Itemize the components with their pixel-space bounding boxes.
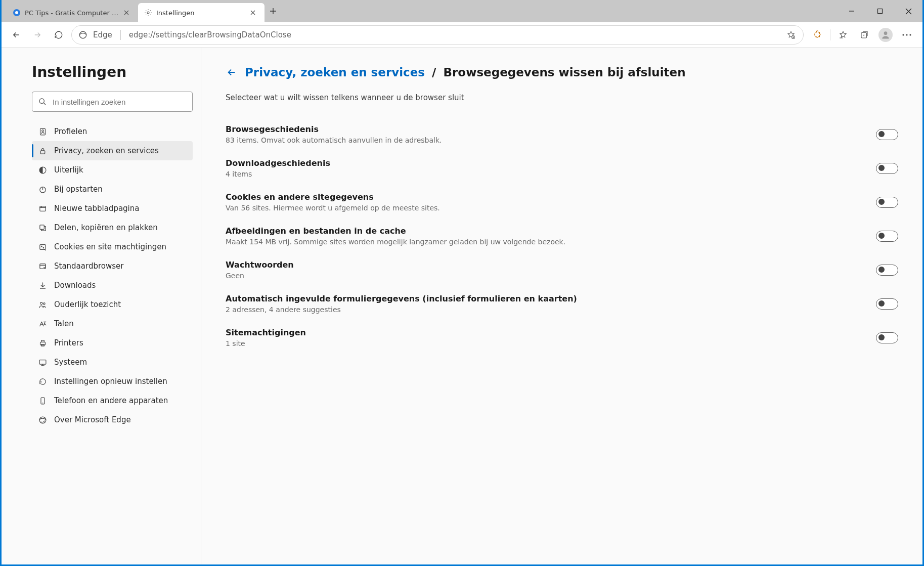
- sidebar-item-printer[interactable]: Printers: [32, 333, 193, 353]
- settings-main: Privacy, zoeken en services / Browsegege…: [201, 48, 922, 564]
- sidebar-item-power[interactable]: Bij opstarten: [32, 180, 193, 199]
- sidebar-item-download[interactable]: Downloads: [32, 276, 193, 295]
- setting-title: Sitemachtigingen: [226, 328, 866, 337]
- address-separator: [120, 30, 121, 40]
- breadcrumb-link[interactable]: Privacy, zoeken en services: [245, 66, 425, 79]
- sidebar-item-label: Printers: [54, 338, 83, 347]
- setting-row: Automatisch ingevulde formuliergegevens …: [226, 287, 898, 321]
- forward-button[interactable]: [29, 26, 46, 43]
- sidebar-item-lock[interactable]: Privacy, zoeken en services: [32, 141, 193, 160]
- address-label: Edge: [93, 30, 112, 39]
- sidebar-item-default[interactable]: Standaardbrowser: [32, 256, 193, 276]
- sidebar-item-label: Instellingen opnieuw instellen: [54, 377, 167, 386]
- lang-icon: [38, 319, 47, 328]
- svg-point-11: [39, 99, 44, 103]
- sidebar-item-cookies[interactable]: Cookies en site machtigingen: [32, 237, 193, 256]
- toggle-switch[interactable]: [876, 231, 898, 242]
- setting-title: Browsegeschiedenis: [226, 124, 866, 134]
- sidebar-item-label: Talen: [54, 319, 74, 328]
- newtab-icon: [38, 204, 47, 213]
- svg-point-21: [43, 247, 43, 248]
- sidebar-title: Instellingen: [32, 64, 193, 80]
- tab-pctips[interactable]: PC Tips - Gratis Computer Tips, i…: [7, 3, 138, 22]
- power-icon: [38, 185, 47, 194]
- toggle-switch[interactable]: [876, 197, 898, 208]
- svg-rect-28: [39, 360, 46, 364]
- address-url: edge://settings/clearBrowsingDataOnClose: [129, 30, 780, 39]
- profile-avatar[interactable]: [876, 26, 895, 43]
- sidebar-item-newtab[interactable]: Nieuwe tabbladpagina: [32, 199, 193, 218]
- sidebar-item-appearance[interactable]: Uiterlijk: [32, 160, 193, 180]
- tabstrip: PC Tips - Gratis Computer Tips, i… Inste…: [2, 0, 922, 22]
- search-input[interactable]: [53, 98, 186, 106]
- close-icon[interactable]: [124, 10, 132, 15]
- svg-point-9: [906, 34, 907, 35]
- close-icon[interactable]: [250, 10, 258, 15]
- favorites-icon[interactable]: [833, 26, 853, 43]
- svg-point-4: [79, 31, 86, 38]
- svg-point-2: [147, 12, 149, 14]
- cookies-icon: [38, 242, 47, 251]
- refresh-button[interactable]: [50, 26, 67, 43]
- sidebar-item-label: Delen, kopiëren en plakken: [54, 223, 158, 232]
- svg-rect-26: [41, 340, 44, 342]
- toggle-switch[interactable]: [876, 129, 898, 140]
- setting-description: 83 items. Omvat ook automatisch aanvulle…: [226, 136, 866, 144]
- toggle-switch[interactable]: [876, 265, 898, 276]
- menu-button[interactable]: [897, 26, 916, 43]
- settings-search[interactable]: [32, 92, 193, 112]
- toggle-switch[interactable]: [876, 163, 898, 174]
- sidebar-item-family[interactable]: Ouderlijk toezicht: [32, 295, 193, 314]
- setting-title: Automatisch ingevulde formuliergegevens …: [226, 294, 866, 303]
- sidebar-item-share[interactable]: Delen, kopiëren en plakken: [32, 218, 193, 237]
- sidebar-item-label: Cookies en site machtigingen: [54, 242, 166, 251]
- extensions-icon[interactable]: [808, 26, 827, 43]
- sidebar-item-label: Nieuwe tabbladpagina: [54, 204, 140, 213]
- setting-title: Wachtwoorden: [226, 260, 866, 270]
- edge-logo-icon: [78, 30, 88, 40]
- sidebar-item-phone[interactable]: Telefoon en andere apparaten: [32, 391, 193, 410]
- setting-description: Maakt 154 MB vrij. Sommige sites worden …: [226, 238, 866, 246]
- svg-point-7: [884, 31, 888, 35]
- sidebar-item-label: Telefoon en andere apparaten: [54, 396, 168, 405]
- search-icon: [38, 98, 47, 106]
- setting-row: Cookies en andere sitegegevens Van 56 si…: [226, 185, 898, 219]
- minimize-button[interactable]: [838, 0, 866, 22]
- svg-rect-17: [39, 206, 45, 211]
- sidebar-item-edge[interactable]: Over Microsoft Edge: [32, 410, 193, 429]
- sidebar-item-label: Over Microsoft Edge: [54, 415, 131, 424]
- address-bar[interactable]: Edge edge://settings/clearBrowsingDataOn…: [71, 25, 804, 45]
- favorite-add-icon[interactable]: [785, 26, 797, 43]
- breadcrumb-back-button[interactable]: [226, 66, 238, 78]
- setting-row: Wachtwoorden Geen: [226, 253, 898, 287]
- svg-point-8: [902, 34, 904, 35]
- sidebar-item-system[interactable]: Systeem: [32, 353, 193, 372]
- printer-icon: [38, 338, 47, 347]
- svg-point-1: [15, 11, 18, 14]
- toggle-switch[interactable]: [876, 298, 898, 310]
- download-icon: [38, 281, 47, 290]
- setting-row: Sitemachtigingen 1 site: [226, 321, 898, 355]
- share-icon: [38, 223, 47, 232]
- maximize-button[interactable]: [866, 0, 894, 22]
- setting-description: 4 items: [226, 170, 866, 178]
- sidebar-item-profile[interactable]: Profielen: [32, 122, 193, 141]
- sidebar-item-reset[interactable]: Instellingen opnieuw instellen: [32, 372, 193, 391]
- new-tab-button[interactable]: [265, 3, 282, 20]
- sidebar-item-label: Systeem: [54, 358, 87, 367]
- profile-icon: [38, 127, 47, 136]
- sidebar-item-label: Standaardbrowser: [54, 262, 123, 271]
- setting-row: Downloadgeschiedenis 4 items: [226, 151, 898, 185]
- tab-settings[interactable]: Instellingen: [138, 3, 265, 22]
- sidebar-item-label: Bij opstarten: [54, 185, 103, 194]
- svg-rect-3: [878, 9, 883, 14]
- sidebar-item-lang[interactable]: Talen: [32, 314, 193, 333]
- toggle-switch[interactable]: [876, 332, 898, 343]
- family-icon: [38, 300, 47, 309]
- svg-rect-19: [39, 244, 45, 249]
- settings-sidebar: Instellingen Profielen Privacy, zoeken e…: [2, 48, 201, 564]
- collections-icon[interactable]: [855, 26, 874, 43]
- toolbar: Edge edge://settings/clearBrowsingDataOn…: [2, 22, 922, 48]
- back-button[interactable]: [8, 26, 25, 43]
- close-window-button[interactable]: [894, 0, 922, 22]
